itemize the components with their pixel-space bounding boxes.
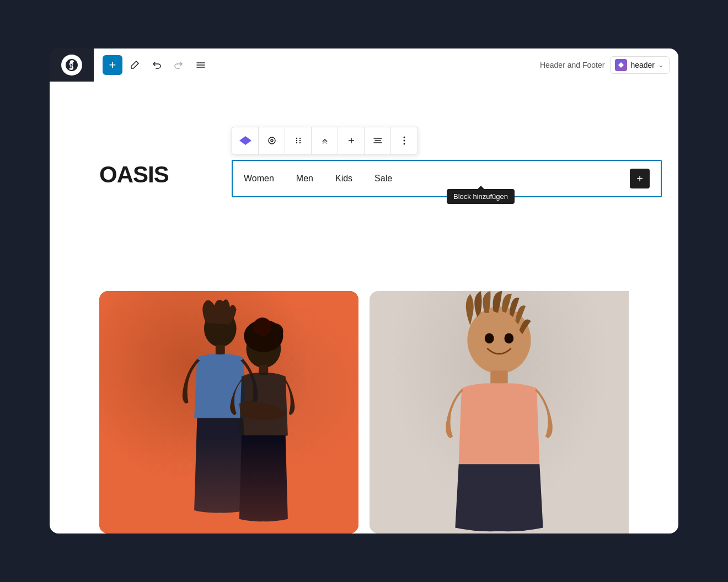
editor-toolbar: + (94, 48, 678, 82)
photo-orange (99, 291, 358, 534)
template-icon (615, 59, 627, 71)
nav-item-women[interactable]: Women (244, 174, 274, 184)
add-block-toolbar-button[interactable]: + (103, 55, 122, 75)
toolbar-right: Header and Footer header ⌄ (540, 56, 670, 74)
svg-point-22 (246, 330, 281, 368)
more-options-button[interactable] (391, 127, 417, 154)
list-view-button[interactable] (191, 55, 211, 75)
svg-marker-3 (618, 62, 624, 68)
svg-point-7 (299, 138, 300, 139)
photo-grey (370, 291, 629, 534)
nav-item-men[interactable]: Men (296, 174, 313, 184)
svg-point-26 (253, 317, 272, 336)
template-chevron-icon: ⌄ (658, 61, 663, 69)
svg-point-30 (485, 333, 494, 343)
svg-point-5 (271, 139, 273, 142)
screen-wrapper: + (50, 48, 678, 534)
svg-point-23 (244, 320, 283, 352)
svg-point-17 (404, 137, 405, 138)
align-button[interactable] (365, 127, 391, 154)
svg-point-20 (204, 310, 237, 347)
svg-point-25 (267, 324, 283, 340)
redo-button[interactable] (169, 55, 189, 75)
undo-button[interactable] (147, 55, 167, 75)
svg-point-6 (296, 138, 297, 139)
card-right (370, 291, 629, 534)
nav-item-sale[interactable]: Sale (374, 174, 392, 184)
wp-logo-area (50, 48, 94, 82)
card-left (99, 291, 358, 534)
add-block-tooltip: Block hinzufügen (447, 189, 515, 204)
edit-tool-button[interactable] (125, 55, 144, 75)
editor-canvas: OASIS (50, 82, 678, 534)
wordpress-logo[interactable] (61, 55, 82, 76)
drag-handle-button[interactable] (285, 127, 312, 154)
svg-point-18 (404, 140, 405, 142)
nav-item-kids[interactable]: Kids (335, 174, 352, 184)
block-toolbar (232, 127, 418, 154)
site-logo: OASIS (99, 161, 169, 188)
move-block-button[interactable] (312, 127, 338, 154)
svg-point-9 (299, 140, 300, 141)
template-context-label: Header and Footer (540, 61, 605, 69)
block-settings-button[interactable] (259, 127, 285, 154)
insert-before-button[interactable] (338, 127, 365, 154)
svg-point-11 (299, 142, 300, 143)
block-type-button[interactable] (232, 127, 259, 154)
top-bar: + (50, 48, 678, 82)
template-badge[interactable]: header ⌄ (610, 56, 670, 74)
svg-point-10 (296, 142, 297, 143)
add-nav-item-button[interactable]: + (630, 169, 650, 188)
navigation-block-icon (239, 136, 251, 145)
svg-point-8 (296, 140, 297, 141)
template-name-label: header (630, 61, 655, 69)
svg-point-19 (404, 143, 405, 145)
svg-rect-21 (216, 344, 225, 356)
svg-point-31 (504, 333, 513, 343)
svg-rect-27 (259, 365, 268, 375)
svg-point-24 (245, 326, 259, 340)
cards-area (50, 291, 678, 534)
svg-point-4 (269, 137, 275, 144)
